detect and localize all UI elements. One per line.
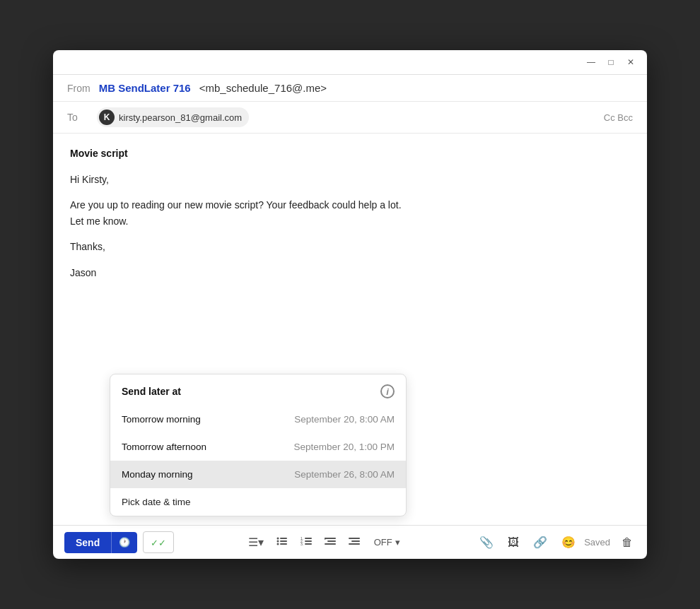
delete-button[interactable]: 🗑 [619,533,636,552]
bullet-list-icon [276,536,288,548]
pick-date-button[interactable]: Pick date & time [110,488,406,516]
option-date-tomorrow-afternoon: September 20, 1:00 PM [293,442,395,452]
info-icon[interactable]: i [380,384,395,398]
bullet-list-button[interactable] [271,532,293,553]
maximize-button[interactable]: □ [605,56,617,69]
email-signature: Jason [70,265,630,280]
send-later-title: Send later at [122,386,181,397]
option-date-tomorrow-morning: September 20, 8:00 AM [294,414,395,425]
svg-rect-13 [327,540,336,542]
off-label: OFF [374,537,392,548]
numbered-list-button[interactable]: 1.2.3. [295,532,317,553]
send-group: Send 🕐 [64,532,137,553]
send-button[interactable]: Send [64,532,111,553]
numbered-list-icon: 1.2.3. [301,536,312,548]
sender-name: MB SendLater 716 [99,82,191,94]
option-label-tomorrow-morning: Tomorrow morning [122,414,201,425]
clock-icon: 🕐 [119,537,130,548]
emoji-button[interactable]: 😊 [556,531,581,553]
title-bar: — □ ✕ [53,50,647,75]
chevron-down-icon: ▾ [395,537,400,548]
from-label: From [67,83,91,94]
image-icon: 🖼 [508,536,519,548]
indent-decrease-icon [325,536,336,548]
off-toggle-button[interactable]: OFF ▾ [368,533,406,552]
send-later-button[interactable]: 🕐 [111,532,137,553]
email-closing: Thanks, [70,239,630,254]
close-button[interactable]: ✕ [624,56,637,69]
format-group: ☰▾ 1.2.3. [243,531,366,553]
svg-rect-18 [349,543,360,545]
svg-point-2 [276,540,279,542]
cc-bcc-button[interactable]: Cc Bcc [604,112,633,123]
svg-rect-14 [325,543,336,545]
attach-button[interactable]: 📎 [474,531,499,553]
checkmark-button[interactable]: ✓✓ [143,531,174,553]
to-label: To [67,112,88,123]
from-row: From MB SendLater 716 <mb_schedule_716@.… [53,75,647,102]
align-icon: ☰▾ [248,536,264,548]
sender-email: <mb_schedule_716@.me> [199,82,327,94]
compose-window: — □ ✕ From MB SendLater 716 <mb_schedule… [53,50,647,559]
send-later-panel: Send later at i Tomorrow morning Septemb… [110,374,407,516]
recipient-email: kirsty.pearson_81@gmail.com [119,112,242,123]
send-later-option-monday-morning[interactable]: Monday morning September 26, 8:00 AM [110,461,406,488]
send-later-option-tomorrow-morning[interactable]: Tomorrow morning September 20, 8:00 AM [110,406,406,433]
email-paragraph: Are you up to reading our new movie scri… [70,197,630,229]
indent-decrease-button[interactable] [319,532,342,553]
svg-rect-17 [351,540,360,542]
option-label-monday-morning: Monday morning [122,469,193,480]
svg-rect-5 [280,543,287,545]
svg-rect-16 [349,538,360,539]
image-button[interactable]: 🖼 [502,532,525,553]
indent-increase-icon [349,536,360,548]
svg-rect-9 [305,540,312,542]
svg-rect-7 [305,538,312,539]
saved-label: Saved [584,537,610,548]
attach-icon: 📎 [479,536,494,548]
svg-rect-3 [280,540,287,542]
link-icon: 🔗 [533,536,547,548]
email-content[interactable]: Hi Kirsty, Are you up to reading our new… [70,172,630,280]
toolbar: Send 🕐 ✓✓ ☰▾ 1.2.3. [53,525,647,559]
checkmark-icon: ✓✓ [151,538,166,548]
option-label-tomorrow-afternoon: Tomorrow afternoon [122,442,206,452]
svg-rect-1 [280,538,287,539]
send-later-option-tomorrow-afternoon[interactable]: Tomorrow afternoon September 20, 1:00 PM [110,433,406,461]
avatar: K [99,110,115,125]
svg-point-0 [276,537,279,539]
link-button[interactable]: 🔗 [527,531,553,553]
svg-point-4 [276,543,279,545]
to-row: To K kirsty.pearson_81@gmail.com Cc Bcc [53,102,647,134]
delete-icon: 🗑 [622,536,633,548]
send-label: Send [76,537,100,548]
svg-text:3.: 3. [301,542,303,546]
email-subject: Movie script [70,148,630,159]
indent-increase-button[interactable] [343,532,366,553]
send-later-header: Send later at i [110,374,406,406]
recipient-chip[interactable]: K kirsty.pearson_81@gmail.com [97,107,249,127]
emoji-icon: 😊 [561,536,576,548]
minimize-button[interactable]: — [585,56,597,69]
svg-rect-11 [305,543,312,545]
option-date-monday-morning: September 26, 8:00 AM [294,469,395,480]
email-greeting: Hi Kirsty, [70,172,630,187]
align-button[interactable]: ☰▾ [243,531,269,553]
